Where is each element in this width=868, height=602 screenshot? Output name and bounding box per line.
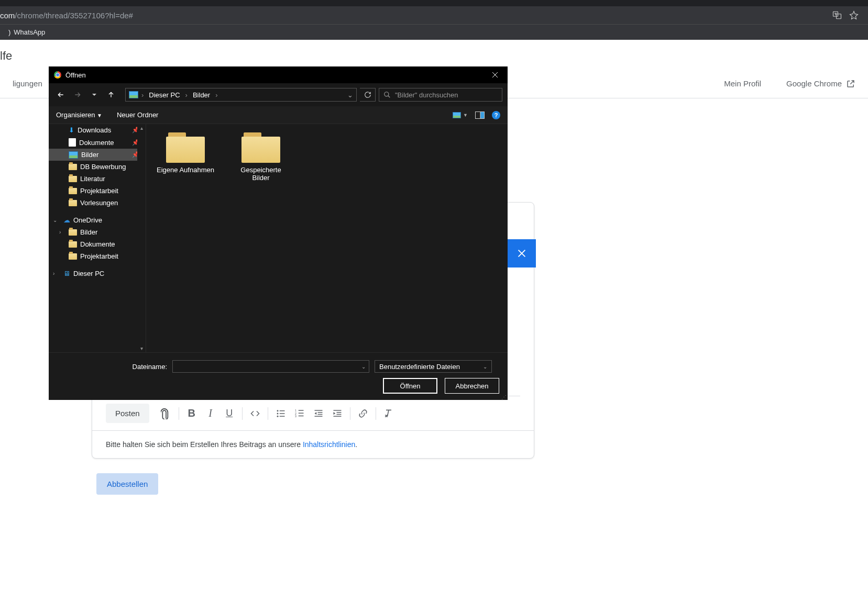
open-button[interactable]: Öffnen (383, 378, 437, 394)
url-path: /chrome/thread/35527106?hl=de# (15, 11, 133, 20)
nav-chrome-link[interactable]: Google Chrome (786, 79, 855, 88)
svg-rect-16 (317, 414, 322, 415)
help-button[interactable]: ? (492, 111, 500, 119)
breadcrumb-path[interactable]: › Dieser PC › Bilder › ⌄ (125, 88, 357, 102)
url-bar[interactable]: com/chrome/thread/35527106?hl=de# (0, 6, 868, 24)
folder-icon (69, 253, 77, 260)
organize-menu[interactable]: Organisieren ▼ (56, 111, 102, 119)
folder-icon (69, 241, 77, 248)
chevron-right-icon: › (141, 91, 144, 99)
number-list-icon[interactable]: 123 (290, 404, 309, 423)
pc-icon: 🖥 (63, 270, 70, 277)
filetype-select[interactable]: Benutzerdefinierte Dateien ⌄ (375, 360, 492, 373)
scroll-up-icon[interactable]: ▴ (140, 125, 143, 131)
cloud-icon: ☁ (63, 216, 70, 224)
chevron-right-icon: › (215, 91, 217, 99)
tree-onedrive[interactable]: ⌄☁OneDrive (49, 214, 146, 226)
clear-format-icon[interactable] (379, 404, 398, 423)
guidelines-link[interactable]: Inhaltsrichtlinien (303, 440, 355, 449)
footer-note: Bitte halten Sie sich beim Erstellen Ihr… (92, 430, 534, 458)
svg-rect-7 (279, 416, 284, 417)
search-box[interactable]: "Bilder" durchsuchen (379, 88, 502, 102)
external-link-icon (846, 79, 855, 88)
svg-point-2 (277, 410, 278, 411)
svg-rect-13 (298, 415, 303, 416)
chevron-right-icon[interactable]: › (53, 271, 54, 276)
close-icon (492, 72, 498, 78)
nav-profile[interactable]: Mein Profil (724, 79, 761, 88)
crumb-pc[interactable]: Dieser PC (147, 91, 182, 99)
tree-db-bewerbung[interactable]: DB Bewerbung (49, 161, 146, 173)
nav-recent-dropdown[interactable] (87, 88, 101, 102)
chevron-right-icon[interactable]: › (59, 229, 61, 235)
tree-downloads[interactable]: ⬇Downloads📌 (49, 124, 146, 136)
tree-literatur[interactable]: Literatur (49, 173, 146, 185)
resize-grip[interactable]: ⋰ (501, 396, 507, 399)
file-open-dialog: Öffnen › Dieser PC › Bilder › ⌄ (49, 66, 508, 373)
chevron-down-icon[interactable]: ⌄ (361, 364, 366, 370)
chevron-down-icon: ⌄ (483, 364, 487, 370)
code-icon[interactable] (246, 404, 265, 423)
translate-icon[interactable] (832, 10, 842, 20)
svg-text:?: ? (495, 112, 498, 118)
tree-scrollbar[interactable]: ▴ ▾ (137, 124, 146, 352)
chevron-right-icon: › (185, 91, 188, 99)
url-host: com (0, 11, 15, 20)
nav-forward-button[interactable] (71, 88, 84, 102)
tree-od-projektarbeit[interactable]: Projektarbeit (49, 250, 146, 262)
filename-input[interactable]: ⌄ (172, 360, 369, 373)
svg-point-4 (277, 415, 278, 417)
bullet-list-icon[interactable] (271, 404, 290, 423)
bold-icon[interactable]: B (182, 404, 201, 423)
unsubscribe-button[interactable]: Abbestellen (96, 473, 158, 495)
cancel-button[interactable]: Abbrechen (445, 378, 499, 394)
chevron-down-icon: ▼ (97, 113, 102, 118)
folder-icon (69, 176, 77, 182)
nav-back-button[interactable] (54, 88, 68, 102)
outdent-icon[interactable] (309, 404, 328, 423)
bookmark-bar: ) WhatsApp (0, 24, 868, 40)
close-dialog-button[interactable] (508, 239, 536, 267)
chrome-icon (54, 71, 61, 79)
refresh-button[interactable] (360, 88, 376, 102)
tree-dieser-pc[interactable]: ›🖥Dieser PC (49, 267, 146, 280)
editor-toolbar: Posten B I U 123 (92, 396, 534, 430)
folder-content[interactable]: Eigene Aufnahmen Gespeicherte Bilder (146, 124, 508, 352)
indent-icon[interactable] (328, 404, 347, 423)
svg-point-3 (277, 413, 278, 414)
svg-point-22 (384, 92, 389, 96)
dialog-titlebar: Öffnen (49, 66, 508, 83)
view-mode-button[interactable]: ▼ (453, 112, 468, 118)
nav-up-button[interactable] (104, 88, 118, 102)
nav-item[interactable]: ligungen (13, 79, 42, 88)
post-button[interactable]: Posten (106, 404, 149, 423)
folder-tree[interactable]: ⬇Downloads📌 Dokumente📌 Bilder📌 DB Bewerb… (49, 124, 146, 352)
new-folder-button[interactable]: Neuer Ordner (117, 111, 158, 119)
tree-dokumente[interactable]: Dokumente📌 (49, 136, 146, 149)
crumb-bilder[interactable]: Bilder (191, 91, 212, 99)
star-icon[interactable] (849, 10, 859, 20)
svg-rect-18 (333, 410, 341, 411)
folder-gespeicherte-bilder[interactable]: Gespeicherte Bilder (232, 131, 290, 182)
folder-icon (69, 164, 77, 170)
tree-od-dokumente[interactable]: Dokumente (49, 238, 146, 250)
attach-icon[interactable] (157, 404, 175, 423)
chevron-down-icon[interactable]: ⌄ (53, 217, 57, 223)
scroll-down-icon[interactable]: ▾ (140, 345, 143, 351)
link-icon[interactable] (354, 404, 372, 423)
dialog-bottom: Dateiname: ⌄ Benutzerdefinierte Dateien … (49, 352, 508, 400)
pictures-icon (69, 151, 78, 159)
italic-icon[interactable]: I (201, 404, 220, 423)
tree-vorlesungen[interactable]: Vorlesungen (49, 197, 146, 209)
folder-eigene-aufnahmen[interactable]: Eigene Aufnahmen (157, 131, 214, 174)
document-icon (69, 138, 76, 147)
tree-projektarbeit[interactable]: Projektarbeit (49, 185, 146, 197)
dialog-close-button[interactable] (488, 68, 502, 82)
underline-icon[interactable]: U (220, 404, 239, 423)
bookmark-whatsapp[interactable]: ) WhatsApp (4, 26, 49, 38)
preview-pane-button[interactable] (475, 112, 485, 119)
tree-bilder[interactable]: Bilder📌 (49, 149, 146, 161)
tree-od-bilder[interactable]: ›Bilder (49, 226, 146, 238)
chevron-down-icon[interactable]: ⌄ (347, 91, 353, 99)
svg-rect-11 (298, 410, 303, 411)
